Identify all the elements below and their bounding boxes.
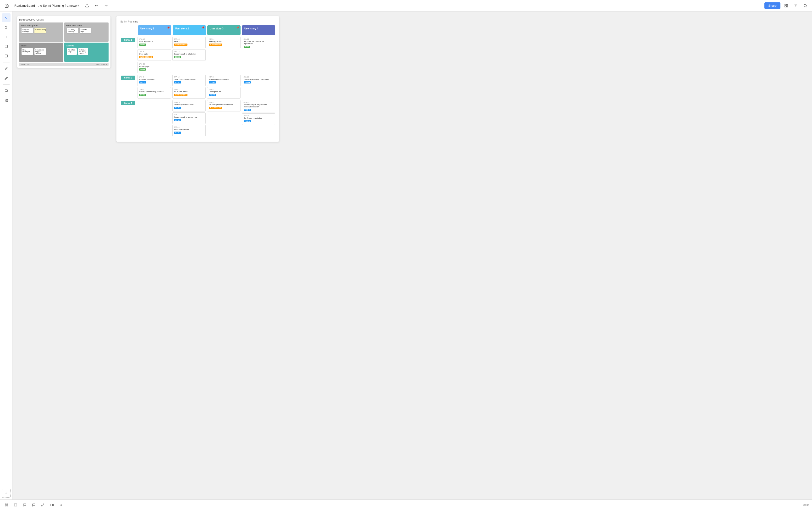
upload-tool[interactable] — [2, 23, 10, 32]
card-search-dish[interactable]: JRA-26 Search by specific dish TO DO — [172, 100, 206, 111]
story-2-pin: 📌 — [202, 26, 205, 29]
sprint-2a-col-3: JRA-13 Navigation to restaurant TO DO JR… — [207, 75, 241, 98]
card-navigation[interactable]: JRA-13 Navigation to restaurant TO DO — [207, 75, 241, 86]
bottom-expand-btn[interactable] — [39, 501, 47, 509]
sticky-technique[interactable]: New technique — [22, 48, 33, 55]
card-select-info-link[interactable]: JRA-15 Selecting the information link IN… — [207, 100, 241, 111]
add-tool-button[interactable]: + — [2, 489, 10, 498]
card-price-search[interactable]: JRA-18 Accepted input for price and dest… — [242, 100, 275, 112]
share-button[interactable]: Share — [764, 2, 780, 9]
card-search-map[interactable]: JRA-11 Search result in a map view TO DO — [172, 112, 206, 124]
card-user-registration[interactable]: JRA-12 User registration DONE — [138, 37, 171, 48]
card-retrieve-password[interactable]: JRA-9 Retrieve password TO DO — [138, 75, 171, 86]
story-4-label: User story 4 — [244, 27, 258, 30]
card-user-login[interactable]: JRA-8 User login IN PROGRESS — [138, 49, 171, 61]
svg-rect-10 — [5, 45, 7, 48]
story-card-2[interactable]: User story 2 📌 — [173, 25, 206, 35]
retrospective-panel[interactable]: Retrospective results What was good? Fre… — [17, 16, 111, 68]
card-search-restaurant[interactable]: JRA-15 Search by restaurant type TO DO — [172, 75, 206, 86]
canvas[interactable]: Retrospective results What was good? Fre… — [12, 11, 812, 500]
home-button[interactable] — [3, 2, 10, 9]
sprint-2a-col-4: JRA-20 Full information for registration… — [242, 75, 275, 98]
card-filtering[interactable]: JRA-24 Filtering results IN PROGRESS — [207, 37, 241, 48]
retro-grid: What was good? Frequent meetings Brainst… — [19, 23, 109, 62]
cursor-tool[interactable]: ↖ — [2, 13, 10, 22]
svg-rect-18 — [7, 504, 8, 505]
sprint-2b-section: Sprint 2 JRA-26 Search by specific dish … — [120, 100, 275, 136]
sticky-fix-bugs[interactable]: Fix critical bugs — [67, 48, 77, 55]
card-search-list[interactable]: JRA-13 Search result in a list view DONE — [172, 49, 206, 61]
svg-rect-2 — [786, 4, 788, 5]
card-search[interactable]: JRA-15 Search IN PROGRESS — [172, 37, 206, 48]
card-required-info[interactable]: JRA-22 Required information for registra… — [242, 37, 275, 49]
story-card-3[interactable]: User story 3 📌 — [207, 25, 241, 35]
left-toolbar: ↖ T + — [0, 11, 12, 500]
collapse-panel-btn[interactable]: « — [57, 501, 65, 509]
svg-rect-19 — [5, 505, 6, 506]
retro-cell-good: What was good? Frequent meetings Brainst… — [19, 23, 63, 41]
story-card-1[interactable]: User story 1 📌 — [138, 25, 171, 35]
card-switch-view[interactable]: JRA-14 Switch result view TO DO — [172, 125, 206, 136]
upload-button[interactable] — [83, 2, 91, 9]
sprint-2b-col-1 — [138, 100, 171, 136]
grid-tool[interactable] — [2, 96, 10, 105]
search-icon-button[interactable] — [802, 2, 809, 9]
canvas-background: Retrospective results What was good? Fre… — [17, 16, 280, 231]
sticky-brainstorm[interactable]: Brainstorming — [34, 28, 46, 33]
svg-rect-1 — [785, 4, 786, 5]
sticky-frequent[interactable]: Frequent meetings — [22, 28, 33, 33]
bottom-chat-btn[interactable] — [30, 501, 37, 509]
story-1-pin: 📌 — [167, 26, 170, 29]
retro-ideas-label: Ideas — [21, 45, 61, 47]
svg-rect-20 — [7, 505, 8, 506]
card-no-match[interactable]: JRA-22 No match found IN PROGRESS — [172, 87, 206, 98]
card-full-info[interactable]: JRA-20 Full information for registration… — [242, 75, 275, 86]
card-download-app[interactable]: JRA-1 Download mobile application DONE — [138, 87, 171, 98]
filter-icon-button[interactable] — [792, 2, 800, 9]
retro-date: Date: 09.10.17 — [96, 63, 107, 65]
bottom-comment-btn[interactable] — [21, 501, 28, 509]
sprint-2a-col-2: JRA-15 Search by restaurant type TO DO J… — [172, 75, 206, 98]
card-confirmed-reg[interactable]: JRA-36 Confirmed registration TO DO — [242, 113, 275, 125]
sticky-schedule[interactable]: Schedule for every sprint — [78, 48, 88, 55]
sticky-tool[interactable] — [2, 42, 10, 51]
bottom-frame-btn[interactable] — [12, 501, 19, 509]
svg-point-8 — [804, 4, 807, 7]
frame-tool[interactable] — [2, 52, 10, 60]
card-profile-page[interactable]: JRA-25 Profile page DONE — [138, 62, 171, 73]
document-title: RealtimeBoard - the Sprint Planning fram… — [12, 3, 81, 8]
story-card-4[interactable]: User story 4 — [242, 25, 275, 35]
sprint-title: Sprint Planning — [120, 20, 275, 23]
retro-cell-bad: What was bad? Too many meetings Security… — [64, 23, 109, 41]
story-3-label: User story 3 — [210, 27, 223, 30]
sprint-2b-label-col: Sprint 2 — [120, 100, 136, 136]
main-area: ↖ T + Retrospective resul — [0, 11, 812, 500]
draw-tool[interactable] — [2, 74, 10, 83]
bottom-grid-btn[interactable] — [3, 501, 10, 509]
svg-rect-14 — [6, 99, 7, 100]
sprint-2a-label: Sprint 2 — [121, 76, 136, 80]
sprint-2a-label-col: Sprint 2 — [120, 75, 136, 98]
sticky-meetings[interactable]: Too many meetings — [67, 28, 78, 33]
svg-rect-13 — [5, 99, 6, 100]
sprint-2b-label: Sprint 2 — [121, 101, 136, 105]
svg-rect-22 — [51, 504, 53, 506]
svg-rect-21 — [14, 504, 17, 506]
sprint-1-label: Sprint 1 — [121, 38, 136, 42]
undo-button[interactable]: ↩ — [93, 2, 100, 9]
sprint-2a-cols: JRA-9 Retrieve password TO DO JRA-1 Down… — [138, 75, 275, 98]
pen-tool[interactable] — [2, 64, 10, 73]
sticky-security[interactable]: Security bugs — [80, 28, 91, 33]
board-icon-button[interactable] — [782, 2, 790, 9]
sticky-service[interactable]: Service and support system — [34, 48, 46, 55]
comment-tool[interactable] — [2, 87, 10, 95]
sprint-2b-col-3: JRA-15 Selecting the information link IN… — [207, 100, 241, 136]
text-tool[interactable]: T — [2, 32, 10, 41]
sprint-planning-panel[interactable]: Sprint Planning User story 1 📌 User stor… — [116, 16, 279, 142]
bottom-camera-btn[interactable] — [48, 501, 56, 509]
zoom-level: 84% — [803, 503, 809, 507]
svg-rect-4 — [786, 6, 788, 7]
sprint-1-col-3: JRA-24 Filtering results IN PROGRESS — [207, 37, 241, 73]
card-sorting[interactable]: JRA-22 Sorting results TO DO — [207, 87, 241, 98]
redo-button[interactable]: ↪ — [102, 2, 110, 9]
